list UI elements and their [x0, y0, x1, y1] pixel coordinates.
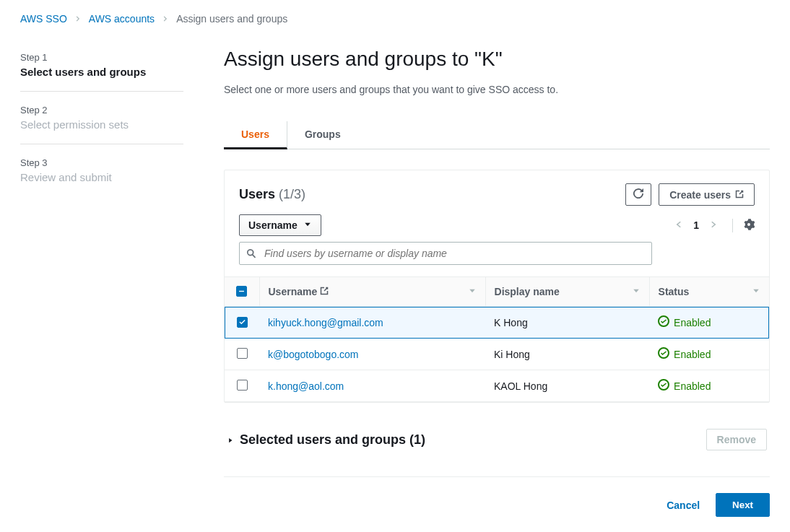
wizard-step-1[interactable]: Step 1 Select users and groups	[20, 52, 183, 78]
caret-down-icon	[303, 219, 312, 231]
username-link[interactable]: kihyuck.hong@gmail.com	[268, 317, 383, 328]
display-name: Ki Hong	[494, 349, 530, 360]
svg-rect-0	[239, 291, 244, 292]
select-all-checkbox[interactable]	[236, 286, 247, 297]
step-title: Select permission sets	[20, 118, 183, 131]
caret-right-icon	[227, 432, 234, 448]
breadcrumb: AWS SSO AWS accounts Assign users and gr…	[0, 0, 790, 35]
chevron-right-icon	[74, 15, 82, 22]
users-card-title: Users (1/3)	[239, 187, 305, 202]
check-circle-icon	[658, 315, 669, 329]
cancel-button[interactable]: Cancel	[667, 500, 700, 511]
col-display-name[interactable]: Display name	[495, 286, 560, 297]
tab-groups[interactable]: Groups	[287, 121, 358, 149]
page-prev[interactable]	[674, 219, 683, 231]
step-title: Review and submit	[20, 171, 183, 183]
refresh-icon	[633, 188, 643, 201]
check-circle-icon	[658, 379, 669, 393]
status-badge: Enabled	[658, 379, 711, 393]
search-box	[239, 242, 652, 265]
breadcrumb-aws-accounts[interactable]: AWS accounts	[89, 13, 155, 25]
filter-column-dropdown[interactable]: Username	[239, 214, 321, 236]
table-row[interactable]: k.hong@aol.com KAOL Hong Enabled	[225, 370, 769, 402]
check-circle-icon	[658, 347, 669, 361]
username-link[interactable]: k@bogotobogo.com	[268, 349, 359, 360]
wizard-steps: Step 1 Select users and groups Step 2 Se…	[0, 35, 204, 532]
footer: Cancel Next	[224, 476, 770, 517]
table-row[interactable]: k@bogotobogo.com Ki Hong Enabled	[225, 339, 769, 370]
row-checkbox[interactable]	[237, 317, 248, 328]
step-label: Step 2	[20, 105, 183, 115]
sort-icon[interactable]	[468, 286, 477, 297]
row-checkbox[interactable]	[237, 380, 248, 391]
step-label: Step 3	[20, 157, 183, 168]
search-icon	[246, 248, 256, 258]
tabs: Users Groups	[224, 121, 770, 149]
sort-icon[interactable]	[632, 286, 641, 297]
sort-icon[interactable]	[752, 286, 760, 297]
external-link-icon	[735, 189, 744, 201]
remove-button[interactable]: Remove	[706, 429, 767, 450]
wizard-step-3: Step 3 Review and submit	[20, 144, 183, 183]
users-table: Username Displa	[225, 276, 769, 402]
page-title: Assign users and groups to "K"	[224, 48, 770, 71]
next-button[interactable]: Next	[716, 493, 770, 517]
row-checkbox[interactable]	[237, 348, 248, 359]
page-number: 1	[693, 219, 699, 231]
external-link-icon	[320, 286, 329, 297]
step-title: Select users and groups	[20, 66, 183, 78]
create-users-button[interactable]: Create users	[659, 183, 755, 206]
breadcrumb-aws-sso[interactable]: AWS SSO	[20, 13, 67, 25]
display-name: K Hong	[494, 317, 528, 328]
settings-button[interactable]	[732, 219, 755, 232]
selected-toggle[interactable]: Selected users and groups (1)	[227, 432, 425, 448]
step-label: Step 1	[20, 52, 183, 63]
page-next[interactable]	[709, 219, 718, 231]
col-username[interactable]: Username	[269, 286, 318, 297]
col-status[interactable]: Status	[659, 286, 690, 297]
search-input[interactable]	[239, 242, 652, 265]
status-badge: Enabled	[658, 315, 711, 329]
page-subtitle: Select one or more users and groups that…	[224, 84, 770, 95]
wizard-step-2: Step 2 Select permission sets	[20, 91, 183, 131]
users-card: Users (1/3) Create users	[224, 170, 770, 403]
tab-users[interactable]: Users	[224, 121, 287, 149]
table-row[interactable]: kihyuck.hong@gmail.com K Hong Enabled	[225, 307, 769, 339]
pagination: 1	[674, 219, 755, 232]
chevron-right-icon	[162, 15, 169, 22]
display-name: KAOL Hong	[494, 380, 547, 392]
username-link[interactable]: k.hong@aol.com	[268, 380, 344, 392]
status-badge: Enabled	[658, 347, 711, 361]
refresh-button[interactable]	[625, 183, 651, 206]
breadcrumb-current: Assign users and groups	[176, 13, 287, 25]
